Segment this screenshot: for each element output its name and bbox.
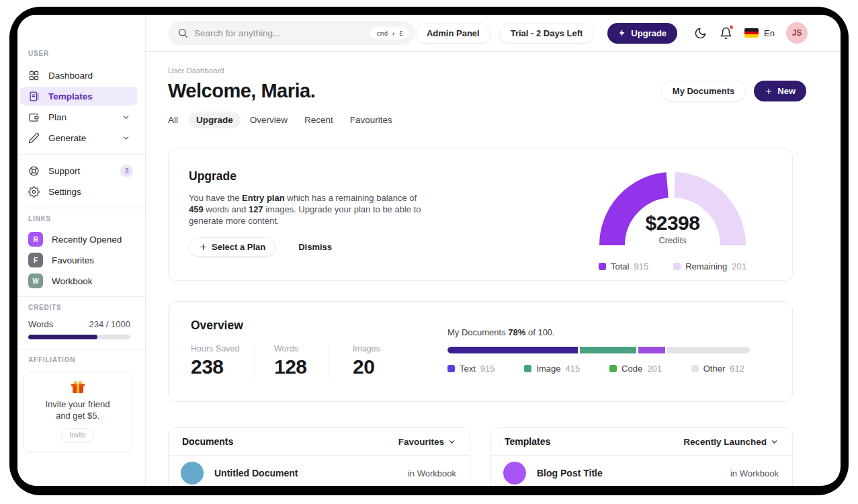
device-frame: USER Dashboard Templates Plan Generate bbox=[9, 7, 849, 495]
sidebar-divider bbox=[17, 154, 145, 155]
stat-words: Words 128 bbox=[274, 344, 329, 378]
upgrade-card-body: You have the Entry plan which has a rema… bbox=[189, 192, 429, 226]
affiliation-text-line1: Invite your friend bbox=[29, 398, 126, 410]
stat-images: Images 20 bbox=[353, 344, 380, 378]
template-avatar bbox=[503, 462, 526, 485]
tab-upgrade[interactable]: Upgrade bbox=[189, 112, 241, 128]
sidebar-item-support[interactable]: Support 3 bbox=[20, 161, 137, 180]
link-label: Favourites bbox=[52, 255, 94, 265]
gear-icon bbox=[28, 186, 40, 198]
doc-bar-seg-other bbox=[667, 347, 750, 353]
user-avatar[interactable]: JS bbox=[786, 22, 808, 44]
legend-swatch bbox=[673, 263, 681, 270]
pencil-icon bbox=[28, 132, 40, 144]
legend-swatch bbox=[691, 365, 699, 372]
search-shortcut-badge: cmd + E bbox=[370, 27, 409, 40]
stat-divider bbox=[329, 343, 329, 378]
link-initial-badge: R bbox=[28, 232, 43, 247]
sidebar-section-credits: CREDITS bbox=[17, 304, 145, 311]
affiliation-card: Invite your friend and get $5. Invite bbox=[23, 372, 132, 452]
link-label: Workbook bbox=[52, 276, 93, 286]
credits-gauge-chart: $2398 Credits Total 915 Remaining 201 bbox=[599, 171, 746, 271]
sidebar-divider bbox=[17, 208, 145, 208]
select-plan-button[interactable]: Select a Plan bbox=[189, 237, 275, 257]
search-bar[interactable]: cmd + E bbox=[168, 21, 415, 45]
affiliation-text-line2: and get $5. bbox=[29, 410, 126, 421]
documents-card: Documents Favourites Untitled Document i… bbox=[168, 427, 470, 486]
legend-item-other: Other 612 bbox=[691, 364, 744, 374]
admin-panel-button[interactable]: Admin Panel bbox=[415, 23, 491, 44]
breadcrumb: User Dashboard bbox=[168, 67, 793, 75]
tab-favourites[interactable]: Favourites bbox=[343, 112, 400, 128]
notifications-button[interactable] bbox=[720, 27, 732, 40]
sidebar-divider bbox=[17, 349, 145, 349]
link-label: Recently Opened bbox=[52, 235, 122, 245]
plus-icon bbox=[765, 87, 773, 95]
tab-overview[interactable]: Overview bbox=[243, 112, 295, 128]
sidebar-item-plan[interactable]: Plan bbox=[20, 108, 137, 126]
sidebar-item-label: Dashboard bbox=[48, 71, 93, 81]
sidebar-item-label: Templates bbox=[48, 91, 93, 101]
tab-all[interactable]: All bbox=[168, 112, 187, 128]
chevron-down-icon bbox=[122, 113, 130, 122]
document-location: in Workbook bbox=[408, 468, 456, 478]
doc-bar-seg-image bbox=[580, 347, 636, 353]
trial-status-badge[interactable]: Trial - 2 Days Left bbox=[499, 23, 595, 44]
sidebar-item-dashboard[interactable]: Dashboard bbox=[20, 66, 137, 85]
templates-card-title: Templates bbox=[505, 436, 550, 447]
document-avatar bbox=[181, 462, 204, 485]
templates-card: Templates Recently Launched Blog Post Ti… bbox=[490, 427, 793, 486]
legend-item-remaining: Remaining 201 bbox=[673, 261, 746, 271]
legend-item-total: Total 915 bbox=[599, 261, 648, 271]
topbar: cmd + E Admin Panel Trial - 2 Days Left … bbox=[146, 15, 841, 52]
documents-progress-label: My Documents 78% of 100. bbox=[447, 327, 750, 337]
notification-dot bbox=[729, 25, 734, 30]
documents-filter-dropdown[interactable]: Favourites bbox=[398, 437, 456, 447]
dismiss-button[interactable]: Dismiss bbox=[298, 242, 332, 252]
sidebar-item-label: Generate bbox=[48, 133, 86, 143]
lightning-icon bbox=[618, 29, 626, 37]
language-selector[interactable]: En bbox=[764, 28, 775, 38]
credits-progress-fill bbox=[28, 335, 97, 339]
sidebar-item-settings[interactable]: Settings bbox=[20, 182, 137, 201]
legend-swatch bbox=[447, 365, 455, 372]
search-input[interactable] bbox=[194, 28, 364, 38]
legend-item-text: Text 915 bbox=[447, 364, 495, 374]
document-list-item[interactable]: Untitled Document in Workbook bbox=[169, 456, 470, 485]
sidebar-link-workbook[interactable]: W Workbook bbox=[17, 272, 145, 290]
legend-swatch bbox=[609, 365, 617, 372]
german-flag-icon[interactable] bbox=[744, 28, 759, 38]
upgrade-button[interactable]: Upgrade bbox=[607, 23, 677, 44]
my-documents-button[interactable]: My Documents bbox=[661, 81, 746, 101]
upgrade-card: Upgrade You have the Entry plan which ha… bbox=[168, 149, 793, 281]
tab-recent[interactable]: Recent bbox=[297, 112, 341, 128]
gauge-caption: Credits bbox=[599, 235, 746, 245]
sidebar-section-links: LINKS bbox=[17, 215, 145, 222]
sidebar-item-generate[interactable]: Generate bbox=[20, 128, 137, 147]
credits-usage-value: 234 / 1000 bbox=[89, 319, 130, 329]
support-count-badge: 3 bbox=[120, 165, 133, 177]
legend-swatch bbox=[599, 263, 606, 270]
sidebar-link-recently-opened[interactable]: R Recently Opened bbox=[17, 230, 145, 248]
invite-button[interactable]: Invite bbox=[61, 428, 95, 442]
tabs: All Upgrade Overview Recent Favourites bbox=[168, 112, 793, 128]
documents-card-title: Documents bbox=[182, 436, 233, 447]
sidebar-divider bbox=[17, 296, 145, 297]
main-area: cmd + E Admin Panel Trial - 2 Days Left … bbox=[146, 15, 841, 486]
document-title: Untitled Document bbox=[214, 468, 298, 478]
sidebar-link-favourites[interactable]: F Favourites bbox=[17, 251, 145, 269]
link-initial-badge: W bbox=[28, 274, 43, 288]
stat-hours-saved: Hours Saved 238 bbox=[191, 344, 255, 378]
dark-mode-toggle[interactable] bbox=[694, 27, 707, 40]
templates-filter-dropdown[interactable]: Recently Launched bbox=[683, 437, 779, 447]
search-icon bbox=[177, 28, 188, 38]
grid-icon bbox=[28, 70, 40, 81]
template-list-item[interactable]: Blog Post Title in Workbook bbox=[491, 456, 792, 485]
sidebar-item-templates[interactable]: Templates bbox=[20, 87, 137, 106]
credits-progress-bar bbox=[28, 335, 130, 339]
credits-type-label: Words bbox=[28, 319, 53, 329]
new-button[interactable]: New bbox=[754, 81, 806, 101]
gauge-value: $2398 bbox=[599, 212, 746, 235]
sidebar: USER Dashboard Templates Plan Generate bbox=[17, 15, 146, 486]
templates-icon bbox=[28, 91, 40, 102]
